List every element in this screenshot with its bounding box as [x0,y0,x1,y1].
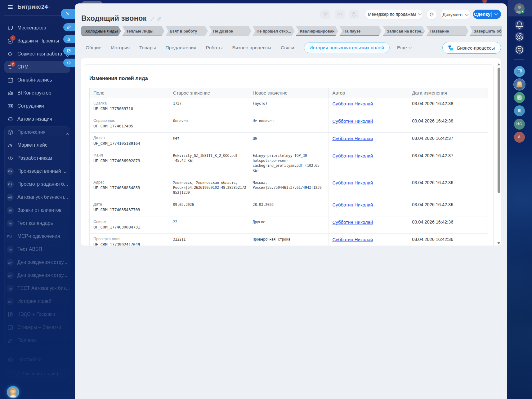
float-collapse-button[interactable] [63,35,75,43]
create-deal-button[interactable]: Сделку [473,10,501,19]
open-line-button[interactable] [349,10,359,19]
author-link[interactable]: Субботин Николай [332,219,373,225]
sidebar-item[interactable]: ДРДни рождения сотру... [0,256,74,269]
stage-item[interactable]: Взят в работу [166,26,208,36]
stage-item[interactable]: Записан на встре... [383,26,425,36]
my-profile-avatar[interactable] [7,387,19,398]
contact-avatar[interactable] [514,79,525,90]
author-link[interactable]: Субботин Николай [332,180,373,185]
sidebar-item[interactable]: BI Конструктор [0,86,74,100]
author-link[interactable]: Субботин Николай [332,237,373,242]
stage-item[interactable]: Холодные Лиды [81,26,121,36]
sidebar-item[interactable]: Сотрудники [0,100,74,113]
tab-item[interactable]: История [111,45,130,51]
vertical-scrollbar[interactable] [497,59,500,245]
author-link[interactable]: Субботин Николай [332,118,373,124]
stage-item[interactable]: Завершить обра... [470,26,502,36]
bookmark-button[interactable] [514,105,525,116]
float-open-new-button[interactable] [63,47,75,55]
notifications-button[interactable] [515,20,524,30]
author-link[interactable]: Субботин Николай [332,153,373,158]
sidebar-item[interactable]: АБАвтозапуск бизнес-п... [0,191,74,204]
sidebar-item[interactable]: Настройки [0,353,74,366]
abbr-icon: ПЗ [7,181,14,188]
sidebar-item[interactable]: ПЗПросмотр задания б... [0,178,74,191]
author-link[interactable]: Субботин Николай [332,101,373,106]
tab-item[interactable]: Общие [86,45,101,51]
abbr-icon: ТК [7,220,14,227]
abbr-icon: ИП [7,298,14,305]
sidebar-item[interactable]: Маркетплейс [0,139,74,152]
stage-item[interactable]: На паузе [339,26,382,36]
news-button[interactable] [514,92,525,103]
tab-item[interactable]: Связи [281,45,294,51]
menu-burger-icon[interactable] [8,5,13,9]
tab-item[interactable]: Роботы [206,45,223,51]
stage-item[interactable]: Название [426,26,468,36]
sidebar-item[interactable]: Приложения [0,126,74,139]
column-header[interactable]: Автор [329,88,408,98]
sidebar-item[interactable]: Подпись [0,334,74,347]
sidebar-item[interactable]: КЭДО + Госключ [0,308,74,321]
column-header[interactable]: Поле [90,88,169,98]
settings-gear-button[interactable] [427,10,436,19]
sidebar-item[interactable]: ПКПроизводственный ... [0,165,74,178]
tab-item[interactable]: Бизнес-процессы [232,45,271,51]
column-header[interactable]: Старое значение [169,88,249,98]
float-close-button[interactable] [61,9,75,19]
edit-title-icon[interactable] [150,16,155,21]
pen-icon [7,337,14,344]
stage-item[interactable]: Не прошел откр... [253,26,295,36]
sidebar-item[interactable]: Стикеры – Заметки [0,321,74,334]
disk-button[interactable] [515,32,524,42]
document-button[interactable]: Документ [441,10,470,19]
chat-hc[interactable]: НС [514,119,525,130]
scroll-up-arrow[interactable] [497,63,500,65]
tab-item[interactable]: История пользовательских полей [304,42,390,53]
sidebar-item[interactable]: Автоматизация [0,113,74,126]
tab-item[interactable]: Предложения [165,45,196,51]
float-copy-link-button[interactable] [63,23,75,31]
column-header[interactable]: Новое значение [249,88,329,98]
scroll-down-arrow[interactable] [497,242,500,244]
collab-icon [7,51,14,57]
column-header[interactable]: Дата изменения [408,88,488,98]
stage-item[interactable]: Не дозвон [209,26,251,36]
sidebar-item[interactable]: ТАТЕСТ Автозапуск биз... [0,282,74,295]
tab-more[interactable]: Еще [397,45,412,51]
sidebar-item[interactable]: ДРДни рождения сотру... [0,269,74,282]
chain-icon [157,16,162,21]
float-print-button[interactable] [63,59,75,67]
copy-link-icon[interactable] [157,16,162,21]
scroll-thumb[interactable] [498,68,500,193]
sidebar-item[interactable]: ТАТест АВБП [0,243,74,256]
sidebar-item[interactable]: 1Задачи и Проекты [0,34,74,47]
sidebar-item[interactable]: ТКТест календарь [0,217,74,230]
chat-a[interactable]: A [514,132,525,143]
open-lines-button[interactable] [515,45,524,55]
author-link[interactable]: Субботин Николай [332,202,373,207]
sidebar: Битрикс24 Мессенджер1Задачи и ПроектыСов… [0,0,74,399]
gear-icon [7,357,14,363]
abbr-icon: МСР [7,233,14,240]
email-button[interactable] [335,10,345,19]
call-button[interactable] [320,10,330,19]
app-logo[interactable]: Битрикс24 [17,3,48,10]
chat-transfer-icon [351,12,357,17]
author-link[interactable]: Субботин Николай [332,136,373,141]
stage-item[interactable]: Квалифицирован [296,26,338,36]
sidebar-item[interactable]: ИПИстория полей [0,295,74,308]
profile-avatar[interactable] [514,3,525,14]
pencil-icon [150,16,155,21]
assignee-dropdown[interactable]: Менеджер по продажам [365,10,422,19]
tab-item[interactable]: Товары [139,45,156,51]
sidebar-item[interactable]: МСРМСР-подключения [0,230,74,243]
business-process-button[interactable]: Бизнес-процессы [442,42,501,54]
stage-item[interactable]: Теплые Лиды [122,26,164,36]
sidebar-item[interactable]: Онлайн-запись [0,73,74,86]
upgrade-plan-button[interactable]: Расширить тариф [4,369,70,379]
messenger-chats-button[interactable] [514,66,525,77]
docpen-icon [7,311,14,318]
sidebar-item[interactable]: ЗКЗаявки от клиентов [0,204,74,217]
sidebar-item[interactable]: Разработчикам [0,152,74,165]
